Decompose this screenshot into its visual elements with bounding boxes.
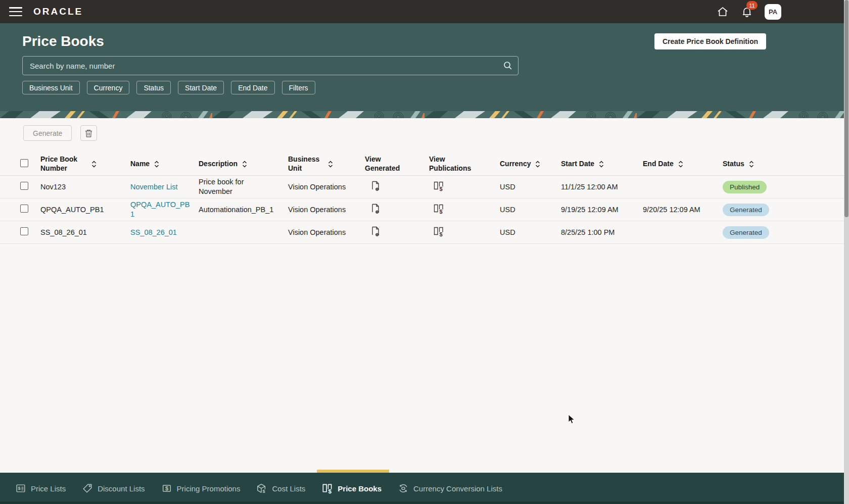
nav-item-pricing-promotions[interactable]: $ Pricing Promotions: [161, 473, 241, 504]
oracle-logo: ORACLE: [33, 6, 83, 17]
column-header-currency[interactable]: Currency: [500, 160, 561, 169]
create-price-book-definition-button[interactable]: Create Price Book Definition: [654, 33, 766, 49]
sort-icon[interactable]: [678, 161, 684, 168]
currency-conversion-icon: [398, 483, 409, 494]
search-input[interactable]: [23, 62, 498, 70]
generate-button[interactable]: Generate: [23, 125, 72, 141]
hamburger-menu-icon[interactable]: [9, 7, 22, 16]
column-header-price-book-number[interactable]: Price Book Number: [40, 155, 130, 173]
svg-text:$: $: [440, 185, 443, 191]
table-header-row: Price Book Number Name Description: [0, 153, 849, 176]
user-avatar[interactable]: PA: [765, 4, 781, 20]
filter-chip-row: Business Unit Currency Status Start Date…: [22, 81, 315, 94]
table-toolbar: Generate: [23, 125, 849, 141]
view-publications-icon[interactable]: $: [433, 204, 444, 214]
sort-icon[interactable]: [535, 161, 541, 168]
filter-chip-business-unit[interactable]: Business Unit: [22, 81, 80, 94]
nav-item-discount-lists[interactable]: Discount Lists: [82, 473, 145, 504]
top-bar: ORACLE 11 PA: [0, 0, 849, 23]
filter-chip-end-date[interactable]: End Date: [231, 81, 274, 94]
cell-business-unit: Vision Operations: [288, 228, 365, 237]
sort-icon[interactable]: [327, 161, 334, 168]
nav-item-label: Currency Conversion Lists: [413, 484, 502, 493]
app-window: ORACLE 11 PA Pri: [0, 0, 849, 504]
price-book-name-link[interactable]: QPQA_AUTO_PB1: [130, 200, 190, 218]
notifications-button[interactable]: 11: [740, 5, 753, 18]
cell-currency: USD: [500, 182, 561, 192]
cell-business-unit: Vision Operations: [288, 182, 365, 192]
sort-icon[interactable]: [598, 161, 604, 168]
nav-item-label: Price Books: [338, 484, 382, 493]
status-badge: Published: [723, 181, 767, 193]
tag-icon: [82, 483, 93, 494]
scrollbar-thumb[interactable]: [844, 0, 848, 217]
cell-price-book-number: Nov123: [40, 182, 130, 192]
svg-text:$: $: [440, 231, 443, 237]
price-books-icon: $: [321, 483, 333, 494]
sort-icon[interactable]: [154, 161, 160, 168]
delete-button[interactable]: [80, 125, 97, 141]
nav-item-label: Price Lists: [31, 484, 66, 493]
cell-start-date: 8/25/25 1:00 PM: [561, 228, 643, 237]
decorative-banner: [0, 111, 849, 118]
svg-text:$: $: [263, 489, 265, 494]
cell-price-book-number: QPQA_AUTO_PB1: [40, 205, 130, 215]
svg-text:$: $: [165, 485, 168, 491]
nav-item-price-lists[interactable]: $ Price Lists: [15, 473, 66, 504]
row-checkbox[interactable]: [20, 182, 28, 190]
row-checkbox[interactable]: [20, 205, 28, 213]
filter-chip-start-date[interactable]: Start Date: [178, 81, 224, 94]
home-button[interactable]: [716, 5, 729, 18]
view-publications-icon[interactable]: $: [433, 226, 444, 237]
window-bottom-edge: [0, 501, 849, 504]
search-icon[interactable]: [498, 61, 518, 71]
price-book-name-link[interactable]: SS_08_26_01: [130, 228, 177, 236]
row-checkbox[interactable]: [20, 227, 28, 235]
cell-description: Price book for November: [199, 177, 282, 196]
view-generated-icon[interactable]: [371, 181, 380, 191]
cell-currency: USD: [500, 205, 561, 215]
price-books-table: Price Book Number Name Description: [0, 153, 849, 244]
view-generated-icon[interactable]: [371, 226, 380, 237]
column-header-description[interactable]: Description: [199, 160, 288, 169]
nav-item-currency-conversion-lists[interactable]: Currency Conversion Lists: [398, 473, 502, 504]
sort-icon[interactable]: [242, 161, 248, 168]
cell-currency: USD: [500, 228, 561, 237]
filter-chip-filters[interactable]: Filters: [282, 81, 315, 94]
status-badge: Generated: [723, 226, 769, 239]
column-header-name[interactable]: Name: [130, 160, 199, 169]
cell-description: Automationation_PB_1: [199, 205, 282, 215]
table-row: QPQA_AUTO_PB1 QPQA_AUTO_PB1 Automationat…: [0, 198, 849, 221]
select-all-checkbox[interactable]: [20, 159, 28, 167]
column-header-start-date[interactable]: Start Date: [561, 160, 643, 169]
nav-item-label: Discount Lists: [98, 484, 145, 493]
sort-icon[interactable]: [91, 161, 97, 168]
trash-icon: [84, 129, 93, 138]
status-badge: Generated: [723, 204, 769, 216]
filter-chip-status[interactable]: Status: [136, 81, 171, 94]
column-header-status[interactable]: Status: [723, 160, 849, 169]
price-book-name-link[interactable]: November List: [130, 183, 177, 191]
nav-item-cost-lists[interactable]: $ Cost Lists: [256, 473, 305, 504]
svg-text:$: $: [328, 488, 332, 494]
cell-price-book-number: SS_08_26_01: [40, 228, 130, 237]
svg-text:$: $: [18, 486, 21, 491]
column-header-business-unit[interactable]: Business Unit: [288, 155, 365, 173]
nav-item-price-books[interactable]: $ Price Books: [321, 473, 382, 504]
bottom-navigation: $ Price Lists Discount Lists $: [0, 473, 849, 504]
view-generated-icon[interactable]: [371, 204, 380, 214]
vertical-scrollbar: [844, 0, 849, 504]
search-bar: [22, 56, 518, 75]
filter-chip-currency[interactable]: Currency: [87, 81, 130, 94]
nav-item-label: Pricing Promotions: [177, 484, 241, 493]
column-header-view-generated: View Generated: [365, 155, 429, 173]
view-publications-icon[interactable]: $: [433, 181, 444, 191]
cell-business-unit: Vision Operations: [288, 205, 365, 215]
cell-start-date: 9/19/25 12:09 AM: [561, 205, 643, 215]
page-header: Price Books Create Price Book Definition…: [0, 23, 849, 111]
table-row: SS_08_26_01 SS_08_26_01 Vision Operation…: [0, 221, 849, 244]
notification-count-badge: 11: [746, 1, 758, 10]
sort-icon[interactable]: [748, 161, 754, 168]
price-lists-icon: $: [15, 483, 26, 494]
column-header-end-date[interactable]: End Date: [643, 160, 723, 169]
